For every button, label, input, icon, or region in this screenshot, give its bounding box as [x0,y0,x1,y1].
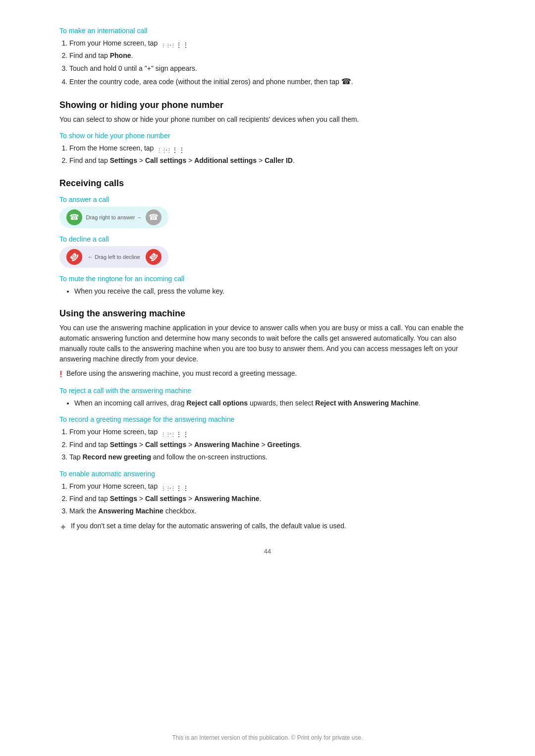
step-item: Enter the country code, area code (witho… [69,75,476,88]
step-bold: Call settings [145,156,186,164]
page: To make an international call From your … [0,0,535,756]
page-number: 44 [59,548,476,555]
step-bold: Greetings [268,441,300,449]
decline-arrow-text: ← Drag left to decline [82,254,146,260]
answering-machine-heading: Using the answering machine [59,308,476,319]
step-bold: Settings [110,441,137,449]
reject-bold2: Reject with Answering Machine [315,399,419,407]
show-hide-steps: From the Home screen, tap ⋮⋮. Find and t… [69,143,476,166]
reject-bold1: Reject call options [186,399,248,407]
tip-icon: ✦ [59,522,67,533]
grid-icon: ⋮⋮ [157,145,164,152]
step-bold: Call settings [145,441,186,449]
auto-answering-heading: To enable automatic answering [59,470,476,478]
answer-arrow-text: Drag right to answer → [82,214,146,220]
international-call-steps: From your Home screen, tap ⋮⋮. Find and … [69,38,476,88]
step-item: Find and tap Settings > Call settings > … [69,155,476,166]
step-item: Mark the Answering Machine checkbox. [69,505,476,516]
decline-call-image: ☎ ← Drag left to decline ☎ [59,246,168,268]
step-bold: Answering Machine [98,507,163,515]
showing-hiding-description: You can select to show or hide your phon… [59,114,476,125]
step-bold: Answering Machine [194,441,259,449]
footer: This is an Internet version of this publ… [0,734,535,741]
decline-icon-red: ☎ [63,246,85,268]
step-bold: Additional settings [194,156,257,164]
grid-icon: ⋮⋮ [160,483,168,491]
mute-ringtone-heading: To mute the ringtone for an incoming cal… [59,275,476,283]
exclamation-text: Before using the answering machine, you … [66,369,297,377]
mute-bullet-item: When you receive the call, press the vol… [74,286,476,297]
decline-call-heading: To decline a call [59,235,476,243]
showing-hiding-heading: Showing or hiding your phone number [59,100,476,110]
footer-text: This is an Internet version of this publ… [172,734,363,741]
step-item: From your Home screen, tap ⋮⋮. [69,38,476,49]
show-hide-phone-heading: To show or hide your phone number [59,132,476,140]
step-bold: Record new greeting [82,453,151,461]
mute-ringtone-list: When you receive the call, press the vol… [74,286,476,297]
greeting-steps: From your Home screen, tap ⋮⋮. Find and … [69,426,476,462]
answer-call-image: ☎ Drag right to answer → ☎ [59,206,168,228]
step-bold: Settings [110,156,137,164]
step-bold: Phone [110,51,131,59]
reject-bullet-item: When an incoming call arrives, drag Reje… [74,398,476,408]
step-item: From your Home screen, tap ⋮⋮. [69,426,476,437]
step-bold: Settings [110,495,137,503]
greeting-heading: To record a greeting message for the ans… [59,415,476,423]
answer-icon-end: ☎ [146,209,161,225]
step-bold: Call settings [145,495,186,503]
tip-text: If you don't set a time delay for the au… [71,522,346,530]
decline-icon-red2: ☎ [142,246,164,268]
note-tip: ✦ If you don't set a time delay for the … [59,522,476,533]
exclamation-icon: ! [59,369,62,380]
international-call-heading: To make an international call [59,27,476,35]
grid-icon: ⋮⋮ [160,429,168,437]
reject-call-heading: To reject a call with the answering mach… [59,387,476,395]
showing-hiding-section: Showing or hiding your phone number You … [59,100,476,166]
step-item: Find and tap Settings > Call settings > … [69,439,476,450]
step-item: Find and tap Settings > Call settings > … [69,493,476,504]
reject-call-list: When an incoming call arrives, drag Reje… [74,398,476,408]
step-bold: Caller ID [265,156,293,164]
answering-machine-description: You can use the answering machine applic… [59,323,476,364]
step-item: Touch and hold 0 until a "+" sign appear… [69,63,476,74]
answer-icon-green: ☎ [66,209,82,225]
step-item: Find and tap Phone. [69,50,476,61]
answering-machine-section: Using the answering machine You can use … [59,308,476,533]
answer-call-heading: To answer a call [59,196,476,203]
grid-icon: ⋮⋮ [160,40,168,48]
receiving-calls-heading: Receiving calls [59,178,476,189]
call-symbol: ☎ [341,77,351,86]
step-item: From the Home screen, tap ⋮⋮. [69,143,476,153]
auto-answering-steps: From your Home screen, tap ⋮⋮. Find and … [69,481,476,517]
step-item: Tap Record new greeting and follow the o… [69,452,476,462]
step-bold: Answering Machine [194,495,259,503]
receiving-calls-section: Receiving calls To answer a call ☎ Drag … [59,178,476,297]
international-call-section: To make an international call From your … [59,27,476,88]
note-exclamation: ! Before using the answering machine, yo… [59,369,476,380]
step-item: From your Home screen, tap ⋮⋮. [69,481,476,492]
